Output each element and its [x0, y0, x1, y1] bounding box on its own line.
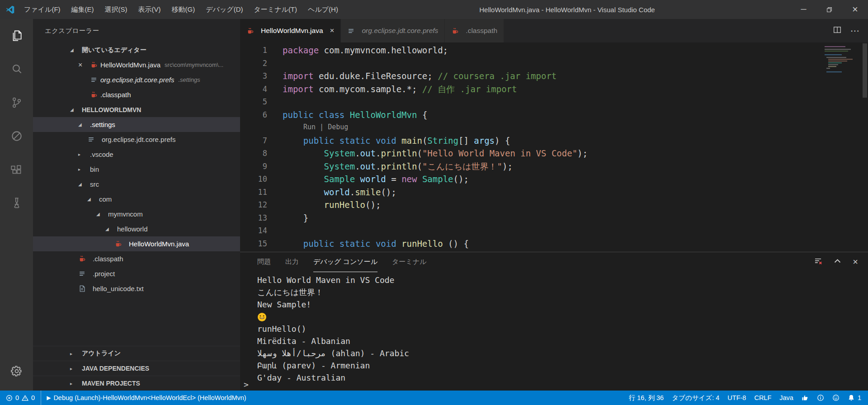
code-line[interactable]: 1package com.mymvncom.helloworld; — [240, 44, 868, 57]
tree-item[interactable]: ◢src — [33, 177, 240, 192]
tree-item-label: mymvncom — [108, 210, 143, 218]
java-status[interactable] — [813, 391, 828, 405]
tab-size-indicator[interactable]: タブのサイズ: 4 — [668, 391, 723, 405]
activity-bar — [0, 19, 33, 391]
code-line[interactable]: 15 public static void runHello () { — [240, 237, 868, 250]
cursor-position-label: 行 16, 列 36 — [629, 394, 664, 402]
clear-console-icon[interactable] — [814, 257, 822, 267]
code-line[interactable]: 6public class HelloWorldMvn { — [240, 108, 868, 122]
java-file-icon — [246, 27, 254, 35]
code-line[interactable]: 12 runHello(); — [240, 198, 868, 212]
feedback-thumbs-up[interactable] — [797, 391, 813, 405]
tree-item[interactable]: .classpath — [33, 251, 240, 266]
line-number: 1 — [240, 44, 267, 57]
statusbar-right: 行 16, 列 36 タブのサイズ: 4 UTF-8 CRLF Java — [625, 391, 868, 405]
minimize-button[interactable]: ─ — [791, 0, 816, 19]
tree-item[interactable]: ▸.vscode — [33, 147, 240, 162]
menubar-item[interactable]: 編集(E) — [66, 0, 99, 19]
close-panel-icon[interactable]: × — [853, 257, 858, 267]
cursor-position[interactable]: 行 16, 列 36 — [625, 391, 668, 405]
notifications-bell[interactable]: 1 — [844, 391, 865, 405]
minimap[interactable] — [823, 45, 861, 75]
sidebar-section-header[interactable]: ▸アウトライン — [33, 346, 240, 361]
open-editors-section-header[interactable]: ◢ 開いているエディター — [33, 42, 240, 57]
code-line[interactable]: 3import edu.duke.FileResource; // course… — [240, 70, 868, 83]
search-icon[interactable] — [0, 52, 33, 86]
explorer-icon[interactable] — [0, 19, 33, 52]
debug-console-input[interactable]: > — [244, 379, 249, 390]
code-line[interactable]: 7 public static void main(String[] args)… — [240, 134, 868, 147]
open-editor-item[interactable]: .classpath — [33, 87, 240, 102]
close-button[interactable]: × — [842, 0, 868, 19]
feedback-smiley[interactable] — [828, 391, 844, 405]
code-editor[interactable]: 1package com.mymvncom.helloworld;23impor… — [240, 42, 868, 252]
tree-item[interactable]: ◢mymvncom — [33, 207, 240, 221]
code-line[interactable]: 2 — [240, 57, 868, 70]
tree-item[interactable]: org.eclipse.jdt.core.prefs — [33, 132, 240, 147]
code-line[interactable]: 11 world.smile(); — [240, 186, 868, 199]
code-lines: 1package com.mymvncom.helloworld;23impor… — [240, 44, 868, 250]
code-line[interactable]: 5 — [240, 95, 868, 108]
open-editor-item[interactable]: org.eclipse.jdt.core.prefs.settings — [33, 72, 240, 87]
close-icon[interactable]: × — [78, 61, 90, 69]
language-mode[interactable]: Java — [775, 391, 797, 405]
more-actions-icon[interactable]: ⋯ — [850, 25, 860, 36]
sidebar-section-header[interactable]: ▸MAVEN PROJECTS — [33, 376, 240, 391]
editor-tab[interactable]: org.eclipse.jdt.core.prefs — [341, 19, 445, 42]
tree-item[interactable]: ◢.settings — [33, 117, 240, 132]
tree-item[interactable]: ◢com — [33, 192, 240, 207]
warning-icon — [22, 395, 28, 401]
panel-tab[interactable]: 出力 — [285, 252, 299, 272]
code-line[interactable]: 10 Sample world = new Sample(); — [240, 173, 868, 186]
code-line-text: System.out.println("こんにちは世界！"); — [267, 160, 513, 173]
code-line[interactable]: 13 } — [240, 212, 868, 225]
restore-button[interactable] — [816, 0, 842, 19]
editor-scrollbar[interactable] — [862, 42, 868, 252]
encoding-indicator[interactable]: UTF-8 — [723, 391, 750, 405]
chevron-expanded-icon: ◢ — [78, 122, 90, 127]
tree-item[interactable]: hello_unicode.txt — [33, 281, 240, 296]
workbench: エクスプローラー ◢ 開いているエディター ×HelloWorldMvn.jav… — [0, 19, 868, 391]
menubar-item[interactable]: デバッグ(D) — [200, 0, 248, 19]
code-line[interactable]: 14 — [240, 224, 868, 237]
tree-item[interactable]: ▸bin — [33, 162, 240, 177]
test-beaker-icon[interactable] — [0, 186, 33, 220]
editor-tab[interactable]: HelloWorldMvn.java× — [240, 19, 341, 42]
menubar-item[interactable]: 表示(V) — [133, 0, 166, 19]
source-control-icon[interactable] — [0, 86, 33, 119]
panel-tab[interactable]: デバッグ コンソール — [313, 253, 377, 272]
problems-status[interactable]: 0 0 — [2, 391, 39, 405]
project-section-header[interactable]: ◢ HELLOWORLDMVN — [33, 102, 240, 117]
menubar-item[interactable]: ファイル(F) — [19, 0, 66, 19]
debug-icon[interactable] — [0, 119, 33, 153]
tree-item-label: bin — [90, 165, 99, 173]
extensions-icon[interactable] — [0, 153, 33, 186]
tree-item[interactable]: .project — [33, 266, 240, 281]
code-line[interactable]: 9 System.out.println("こんにちは世界！"); — [240, 160, 868, 173]
menubar-item[interactable]: 選択(S) — [99, 0, 133, 19]
menubar-item[interactable]: ターミナル(T) — [248, 0, 302, 19]
maximize-panel-icon[interactable] — [833, 257, 842, 267]
split-editor-icon[interactable] — [833, 26, 841, 36]
panel-tab[interactable]: 問題 — [257, 252, 271, 272]
editor-tab[interactable]: .classpath — [445, 19, 504, 42]
code-line[interactable]: 4import com.mycom.sample.*; // 自作 .jar i… — [240, 83, 868, 96]
settings-gear-icon[interactable] — [0, 354, 33, 388]
close-icon[interactable]: × — [330, 26, 335, 35]
bell-icon — [848, 394, 855, 401]
debug-status[interactable]: ▶ Debug (Launch)-HelloWorldMvn<HelloWorl… — [41, 391, 250, 405]
eol-indicator[interactable]: CRLF — [750, 391, 775, 405]
scrollbar-thumb[interactable] — [863, 43, 867, 98]
tree-item[interactable]: HelloWorldMvn.java — [33, 236, 240, 251]
codelens-run-debug[interactable]: Run | Debug — [240, 121, 868, 134]
open-editor-item[interactable]: ×HelloWorldMvn.javasrc\com\mymvncom\... — [33, 57, 240, 72]
code-line[interactable]: 8 System.out.println("Hello World Maven … — [240, 147, 868, 160]
file-label: .classpath — [100, 91, 131, 99]
menubar-item[interactable]: ヘルプ(H) — [302, 0, 344, 19]
menubar-item[interactable]: 移動(G) — [166, 0, 201, 19]
vscode-window: ファイル(F)編集(E)選択(S)表示(V)移動(G)デバッグ(D)ターミナル(… — [0, 0, 868, 405]
panel-tab[interactable]: ターミナル — [392, 252, 426, 272]
code-line-text: public static void runHello () { — [267, 237, 469, 250]
tree-item[interactable]: ◢helloworld — [33, 221, 240, 236]
sidebar-section-header[interactable]: ▸JAVA DEPENDENCIES — [33, 361, 240, 376]
